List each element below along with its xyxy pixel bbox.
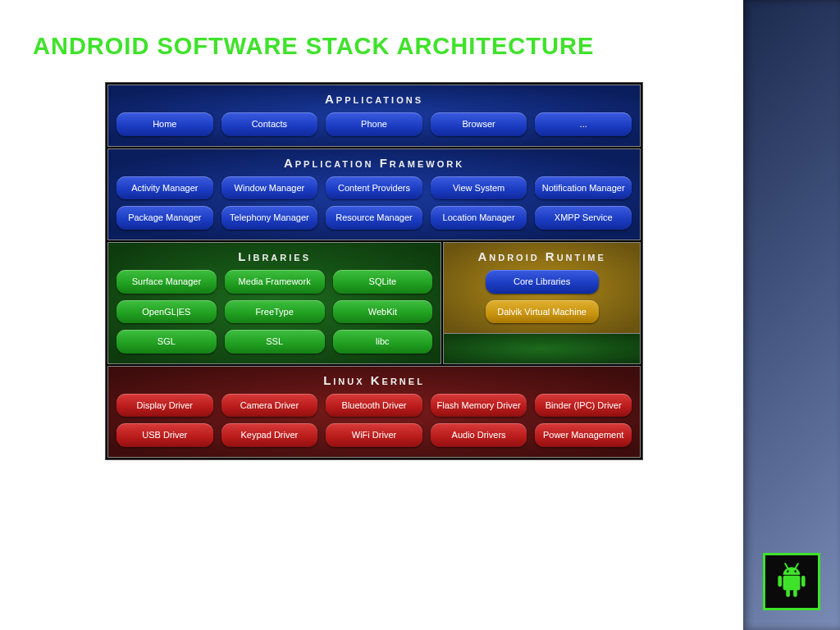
architecture-diagram: Applications Home Contacts Phone Browser… xyxy=(105,82,643,460)
kr-binder-ipc-driver: Binder (IPC) Driver xyxy=(535,394,632,418)
layer-framework: Application Framework Activity Manager W… xyxy=(107,148,641,240)
layer-applications: Applications Home Contacts Phone Browser… xyxy=(107,84,641,147)
lib-ssl: SSL xyxy=(225,330,325,354)
kr-camera-driver: Camera Driver xyxy=(221,394,318,418)
svg-point-3 xyxy=(794,570,797,573)
app-phone: Phone xyxy=(326,112,422,136)
runtime-green-fill xyxy=(443,334,641,364)
layer-libraries-and-runtime: Libraries Surface Manager Media Framewor… xyxy=(107,242,641,364)
fw-view-system: View System xyxy=(431,176,527,200)
lib-sgl: SGL xyxy=(116,330,217,354)
layer-title-framework: Application Framework xyxy=(116,156,632,170)
fw-resource-manager: Resource Manager xyxy=(326,206,422,230)
lib-opengl-es: OpenGL|ES xyxy=(116,300,217,324)
layer-title-libraries: Libraries xyxy=(116,249,432,263)
svg-rect-4 xyxy=(783,576,801,591)
app-contacts: Contacts xyxy=(221,112,318,136)
slide: ANDROID SOFTWARE STACK ARCHITECTURE Appl… xyxy=(0,0,840,630)
kr-keypad-driver: Keypad Driver xyxy=(221,423,318,447)
lib-libc: libc xyxy=(333,330,433,354)
layer-kernel: Linux Kernel Display Driver Camera Drive… xyxy=(107,366,641,458)
decorative-right-bar xyxy=(743,0,840,630)
layer-title-runtime: Android Runtime xyxy=(452,249,632,263)
slide-title: ANDROID SOFTWARE STACK ARCHITECTURE xyxy=(33,33,594,60)
layer-title-kernel: Linux Kernel xyxy=(116,373,632,387)
app-more: ... xyxy=(535,112,632,136)
svg-rect-7 xyxy=(786,589,790,596)
fw-xmpp-service: XMPP Service xyxy=(535,206,632,230)
fw-activity-manager: Activity Manager xyxy=(116,176,213,200)
kr-display-driver: Display Driver xyxy=(116,394,213,418)
fw-package-manager: Package Manager xyxy=(116,206,213,230)
svg-rect-8 xyxy=(793,589,797,596)
rt-core-libraries: Core Libraries xyxy=(486,270,599,294)
lib-webkit: WebKit xyxy=(333,300,433,324)
sub-layer-libraries: Libraries Surface Manager Media Framewor… xyxy=(107,242,441,364)
svg-rect-6 xyxy=(801,576,806,587)
fw-telephony-manager: Telephony Manager xyxy=(221,206,318,230)
kr-wifi-driver: WiFi Driver xyxy=(326,423,422,447)
kr-audio-drivers: Audio Drivers xyxy=(431,423,527,447)
sub-layer-runtime: Android Runtime Core Libraries Dalvik Vi… xyxy=(443,242,641,334)
fw-location-manager: Location Manager xyxy=(431,206,527,230)
rt-dalvik-vm: Dalvik Virtual Machine xyxy=(486,300,599,324)
layer-title-applications: Applications xyxy=(116,92,632,106)
fw-window-manager: Window Manager xyxy=(221,176,318,200)
lib-sqlite: SQLite xyxy=(333,270,433,294)
android-icon xyxy=(770,560,813,603)
lib-surface-manager: Surface Manager xyxy=(116,270,217,294)
app-home: Home xyxy=(116,112,213,136)
android-logo xyxy=(763,553,820,610)
lib-freetype: FreeType xyxy=(225,300,325,324)
fw-content-providers: Content Providers xyxy=(326,176,422,200)
sub-layer-runtime-column: Android Runtime Core Libraries Dalvik Vi… xyxy=(443,242,641,364)
fw-notification-manager: Notification Manager xyxy=(535,176,632,200)
svg-point-2 xyxy=(787,570,789,573)
svg-rect-5 xyxy=(778,576,782,587)
kr-power-management: Power Management xyxy=(535,423,632,447)
app-browser: Browser xyxy=(431,112,527,136)
kr-bluetooth-driver: Bluetooth Driver xyxy=(326,394,422,418)
lib-media-framework: Media Framework xyxy=(225,270,325,294)
kr-usb-driver: USB Driver xyxy=(116,423,213,447)
kr-flash-memory-driver: Flash Memory Driver xyxy=(431,394,527,418)
